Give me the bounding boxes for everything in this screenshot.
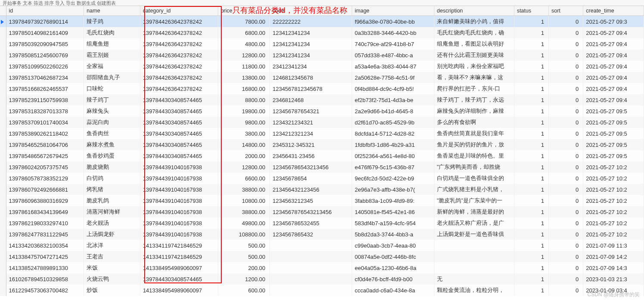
cell-name[interactable]: 炒饭 [84,285,140,296]
cell-image[interactable]: 0f4bd884-dc9c-4cf9-b5! [352,83,434,94]
cell-create-time[interactable]: 2021-05-27 10:2 [583,161,644,173]
cell-name[interactable]: 辣子鸡 [84,16,140,28]
cell-id[interactable]: 1397850851245600769 [6,50,84,61]
cell-id[interactable]: 1413342036832100354 [6,240,84,251]
cell-create-time[interactable]: 2021-05-27 09:5 [583,117,644,128]
cell-id[interactable]: 1413384757047271425 [6,251,84,262]
cell-price[interactable]: 9800.00 [218,117,270,128]
cell-sort[interactable]: 0 [548,50,583,61]
cell-id[interactable]: 1397854865672679425 [6,150,84,161]
cell-sort[interactable]: 0 [548,83,583,94]
cell-create-time[interactable]: 2021-05-27 09:5 [583,106,644,117]
cell-category-id[interactable]: 1397844303408574465 [140,273,218,285]
cell-code[interactable] [270,240,352,251]
cell-status[interactable]: 1 [514,106,548,117]
table-row[interactable]: 1397850140982161409毛氏红烧肉1397844263642378… [0,27,644,38]
cell-status[interactable]: 1 [514,262,548,273]
cell-id[interactable]: 1397862477831122945 [6,229,84,240]
cell-category-id[interactable]: 1397844391040167938 [140,184,218,195]
cell-name[interactable]: 鱼香炒鸡蛋 [84,150,140,161]
cell-name[interactable]: 白切鸡 [84,173,140,184]
cell-price[interactable]: 10800.00 [218,195,270,206]
cell-price[interactable]: 500.00 [218,251,270,262]
cell-price[interactable]: 2000.00 [218,150,270,161]
cell-price[interactable]: 600.00 [218,285,270,296]
table-row[interactable]: 1397851370462687234邵阳猪血丸子139784426364237… [0,72,644,83]
cell-category-id[interactable]: 1397844263642378242 [140,16,218,28]
cell-description[interactable]: 还有什么比霸王别姬更美味 [434,50,514,61]
cell-code[interactable]: 23456431·23456 [270,150,352,161]
cell-price[interactable]: 4800.00 [218,38,270,50]
table-row[interactable]: 1397854865672679425鱼香炒鸡蛋1397844303408574… [0,150,644,161]
cell-price[interactable]: 8800.00 [218,94,270,106]
cell-name[interactable]: 脆皮乳鸽 [84,195,140,206]
cell-price[interactable]: 6600.00 [218,173,270,184]
cell-name[interactable]: 邵阳猪血丸子 [84,72,140,83]
cell-id[interactable]: 1397851668262465537 [6,83,84,94]
cell-sort[interactable]: 0 [548,195,583,206]
col-sort[interactable]: sort [548,6,583,16]
cell-id[interactable]: 1397860963880316929 [6,195,84,206]
table-row[interactable]: 1610267894510329858火烧云鸭13978443034085744… [0,273,644,285]
cell-status[interactable]: 1 [514,285,548,296]
table-row[interactable]: 1397862198033297410老火靓汤13978443910401679… [0,217,644,229]
table-row[interactable]: 1397860578738352129白切鸡139784439104016793… [0,173,644,184]
cell-status[interactable]: 1 [514,117,548,128]
cell-create-time[interactable]: 2021-05-27 09:4 [583,83,644,94]
cell-name[interactable]: 组庵鱼翅 [84,38,140,50]
cell-price[interactable]: 38800.00 [218,184,270,195]
cell-code[interactable] [270,285,352,296]
cell-category-id[interactable]: 1397844303408574465 [140,128,218,139]
cell-sort[interactable]: 0 [548,27,583,38]
cell-sort[interactable]: 0 [548,262,583,273]
table-row[interactable]: 1397860792492666881烤乳猪139784439104016793… [0,184,644,195]
cell-description[interactable]: 白切鸡是一道色香味俱全的 [434,173,514,184]
cell-sort[interactable]: 0 [548,229,583,240]
cell-name[interactable]: 毛氏红烧肉 [84,27,140,38]
cell-sort[interactable]: 0 [548,94,583,106]
cell-code[interactable]: 123412341234 [270,38,352,50]
cell-name[interactable]: 辣子鸡丁 [84,94,140,106]
cell-code[interactable]: 123412341234 [270,50,352,61]
data-grid[interactable]: id name category_id price code image des… [0,6,644,296]
cell-price[interactable]: 3800.00 [218,128,270,139]
cell-price[interactable]: 6800.00 [218,27,270,38]
cell-sort[interactable]: 0 [548,184,583,195]
cell-description[interactable] [434,251,514,262]
cell-create-time[interactable]: 2021-05-27 10:2 [583,217,644,229]
cell-code[interactable]: 2346812468 [270,94,352,106]
cell-id[interactable]: 1397850140982161409 [6,27,84,38]
cell-category-id[interactable]: 1397844391040167938 [140,161,218,173]
cell-description[interactable]: 看，美味不? 来嘛来嘛，这 [434,72,514,83]
cell-code[interactable]: 123456786543213456 [270,161,352,173]
cell-code[interactable]: 1234567812345678 [270,83,352,94]
cell-create-time[interactable]: 2021-05-27 10:2 [583,184,644,195]
cell-status[interactable]: 1 [514,184,548,195]
cell-description[interactable]: "脆皮乳鸽"是广东菜中的一 [434,195,514,206]
cell-category-id[interactable]: 1397844263642378242 [140,72,218,83]
cell-code[interactable]: 23412341234 [270,61,352,72]
cell-description[interactable] [434,240,514,251]
cell-description[interactable]: 颗粒金黄流油，粒粒分明， [434,285,514,296]
cell-create-time[interactable]: 2021-05-27 10:2 [583,173,644,184]
cell-id[interactable]: 1397849739276890114 [6,16,84,28]
cell-image[interactable]: 057dd338-e487-4bbc-a [352,50,434,61]
cell-description[interactable]: 新鲜的海鲜，清蒸是最好的 [434,206,514,217]
cell-description[interactable]: 鱼香菜也是川味的特色。里 [434,150,514,161]
cell-category-id[interactable]: 1397844391040167938 [140,195,218,206]
cell-price[interactable]: 108800.00 [218,229,270,240]
table-row[interactable]: 1397851099502260226全家福139784426364237824… [0,61,644,72]
cell-code[interactable]: 2345312·345321 [270,139,352,150]
col-create-time[interactable]: create_time [583,6,644,16]
cell-image[interactable]: 5b8d2da3-3744-4bb3-a [352,229,434,240]
cell-status[interactable]: 1 [514,217,548,229]
cell-name[interactable]: 霸王别姬 [84,50,140,61]
cell-description[interactable]: 毛氏红烧肉毛氏红烧肉，确 [434,27,514,38]
cell-sort[interactable]: 0 [548,72,583,83]
cell-category-id[interactable]: 1397844303408574465 [140,94,218,106]
cell-image[interactable]: 8dcfda14-5712-4d28-82 [352,128,434,139]
cell-description[interactable]: 老火靓汤又称广府汤，是广 [434,217,514,229]
cell-create-time[interactable]: 2021-05-27 09:5 [583,128,644,139]
col-image[interactable]: image [352,6,434,16]
cell-create-time[interactable]: 2021-05-27 09:4 [583,27,644,38]
